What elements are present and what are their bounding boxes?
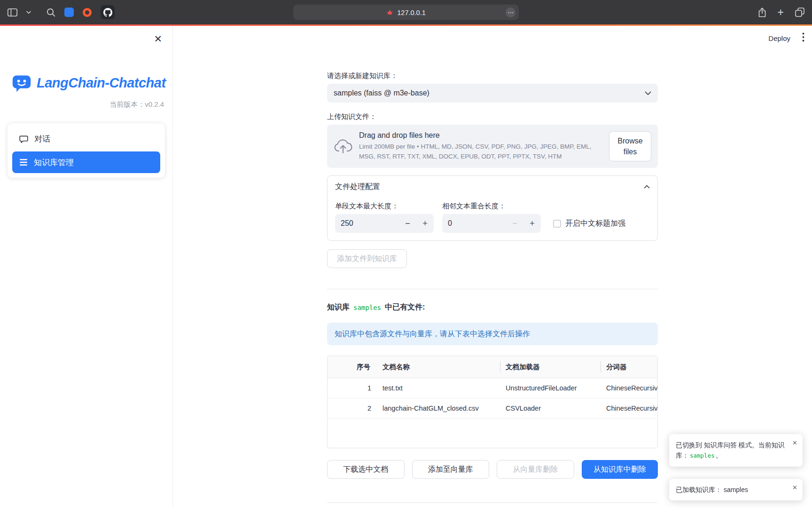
table-header-row: 序号 文档名称 文档加载器 分词器 [328, 356, 657, 378]
menu-item-dialogue[interactable]: 对话 [12, 128, 160, 150]
logo-text: LangChain-Chatchat [37, 75, 166, 91]
expander-title: 文件处理配置 [335, 182, 380, 192]
chat-icon [19, 135, 28, 143]
menu-item-label: 对话 [34, 134, 50, 144]
toast-mode-switched: 已切换到 知识库问答 模式。当前知识库：samples。 ✕ [669, 434, 803, 467]
cell-splitter: ChineseRecursiveTextSplitter [601, 378, 658, 398]
content-column: 请选择或新建知识库： samples (faiss @ m3e-base) 上传… [327, 26, 658, 503]
table-header-name: 文档名称 [377, 356, 500, 378]
menu-item-kb-management[interactable]: 知识库管理 [12, 151, 160, 173]
info-alert: 知识库中包含源文件与向量库，请从下表中选择文件后操作 [327, 323, 658, 345]
toolbar-right-group: + [758, 7, 804, 18]
url-text: 127.0.0.1 [397, 8, 425, 16]
toast-close-icon[interactable]: ✕ [792, 483, 797, 493]
cell-loader: CSVLoader [500, 398, 601, 418]
toast-text: 已加载知识库： samples [676, 486, 748, 493]
expander-body: 单段文本最大长度： − + 相邻文本重合长度： − + [328, 198, 657, 240]
overlap-size-label: 相邻文本重合长度： [442, 201, 541, 210]
sidebar-toggle-icon[interactable] [8, 8, 17, 16]
cell-splitter: ChineseRecursiveTextSplitter [601, 398, 658, 418]
chunk-size-group: 单段文本最大长度： − + [335, 201, 434, 233]
logo-icon [11, 73, 32, 93]
kb-select[interactable]: samples (faiss @ m3e-base) [327, 84, 658, 103]
overlap-size-value[interactable] [442, 219, 506, 228]
add-to-vector-button[interactable]: 添加至向量库 [412, 460, 490, 479]
overlap-size-input: − + [442, 214, 541, 233]
sidebar-close-icon[interactable]: ✕ [154, 33, 162, 45]
dropzone-limit: Limit 200MB per file • HTML, MD, JSON, C… [359, 142, 602, 161]
new-tab-icon[interactable]: + [778, 7, 784, 18]
github-extension-icon[interactable] [101, 5, 115, 19]
share-icon[interactable] [758, 8, 766, 17]
chevron-down-icon [645, 91, 651, 95]
table-header-loader: 文档加载器 [500, 356, 601, 378]
chunk-size-input: − + [335, 214, 434, 233]
table-row[interactable]: 2 langchain-ChatGLM_closed.csv CSVLoader… [328, 398, 657, 419]
toast-text: 。 [716, 452, 722, 459]
file-dropzone[interactable]: Drag and drop files here Limit 200MB per… [327, 125, 658, 168]
chevron-up-icon [644, 185, 650, 189]
browse-files-button[interactable]: Browse files [609, 131, 651, 161]
zh-title-checkbox[interactable] [553, 220, 561, 228]
table-row[interactable]: 1 test.txt UnstructuredFileLoader Chines… [328, 378, 657, 398]
toast-stack: 已切换到 知识库问答 模式。当前知识库：samples。 ✕ 已加载知识库： s… [669, 434, 803, 500]
sidebar-menu: 对话 知识库管理 [8, 123, 165, 178]
cell-no: 2 [351, 398, 377, 418]
files-table: 序号 文档名称 文档加载器 分词器 1 test.txt Unstructure… [327, 356, 658, 448]
download-selected-button[interactable]: 下载选中文档 [327, 460, 405, 479]
cell-no: 1 [351, 378, 377, 398]
sidebar: ✕ LangChain-Chatchat 当前版本：v0.2.4 对话 [0, 26, 173, 508]
overlap-size-decrement-button[interactable]: − [506, 214, 523, 233]
page-settings-icon[interactable]: ⋯ [506, 8, 515, 17]
table-header-blank [328, 356, 351, 378]
kebab-menu-icon[interactable] [802, 32, 804, 42]
extension-icon-orange[interactable] [83, 8, 92, 17]
chunk-size-label: 单段文本最大长度： [335, 201, 434, 210]
extension-icon-blue[interactable] [64, 8, 74, 17]
kb-select-value: samples (faiss @ m3e-base) [334, 89, 429, 97]
toast-kb-code: samples [690, 452, 715, 459]
tab-overview-icon[interactable] [795, 8, 804, 17]
divider [327, 502, 658, 503]
site-favicon [386, 9, 393, 16]
chevron-down-icon[interactable] [26, 11, 31, 14]
search-icon[interactable] [47, 8, 55, 17]
deploy-button[interactable]: Deploy [768, 34, 790, 42]
kb-name-code: samples [353, 304, 381, 311]
knowledge-base-icon [19, 159, 28, 166]
toast-close-icon[interactable]: ✕ [792, 438, 797, 448]
dropzone-title: Drag and drop files here [359, 131, 602, 140]
zh-title-checkbox-group: 开启中文标题加强 [553, 214, 625, 233]
chunk-size-increment-button[interactable]: + [416, 214, 434, 233]
upload-label: 上传知识文件： [327, 112, 658, 121]
file-config-expander: 文件处理配置 单段文本最大长度： − + [327, 175, 658, 241]
table-actions: 下载选中文档 添加至向量库 从向量库删除 从知识库中删除 [327, 460, 658, 479]
dropzone-texts: Drag and drop files here Limit 200MB per… [359, 131, 602, 161]
browser-toolbar: 127.0.0.1 ⋯ + [0, 0, 812, 24]
cell-name: langchain-ChatGLM_closed.csv [377, 398, 500, 418]
kb-files-suffix: 中已有文件: [385, 302, 425, 312]
toast-kb-loaded: 已加载知识库： samples ✕ [669, 479, 803, 500]
kb-files-prefix: 知识库 [327, 302, 350, 312]
toolbar-left-group [8, 5, 115, 19]
menu-item-label: 知识库管理 [34, 157, 74, 168]
delete-from-kb-button[interactable]: 从知识库中删除 [582, 460, 658, 479]
table-header-splitter: 分词器 [601, 356, 658, 378]
cell-loader: UnstructuredFileLoader [500, 378, 601, 398]
version-label: 当前版本：v0.2.4 [0, 100, 164, 109]
cloud-upload-icon [334, 139, 352, 154]
add-files-to-kb-button[interactable]: 添加文件到知识库 [327, 249, 407, 268]
delete-from-vector-button[interactable]: 从向量库删除 [497, 460, 574, 479]
table-header-no: 序号 [351, 356, 377, 378]
chunk-size-value[interactable] [335, 219, 399, 228]
chunk-size-decrement-button[interactable]: − [399, 214, 416, 233]
zh-title-checkbox-label: 开启中文标题加强 [565, 219, 625, 229]
cell-name: test.txt [377, 378, 500, 398]
overlap-size-increment-button[interactable]: + [523, 214, 541, 233]
expander-header[interactable]: 文件处理配置 [328, 176, 657, 198]
address-bar[interactable]: 127.0.0.1 ⋯ [293, 5, 519, 20]
divider [327, 289, 658, 289]
overlap-size-group: 相邻文本重合长度： − + [442, 201, 541, 233]
kb-files-heading: 知识库 samples 中已有文件: [327, 302, 658, 312]
kb-select-label: 请选择或新建知识库： [327, 71, 658, 80]
